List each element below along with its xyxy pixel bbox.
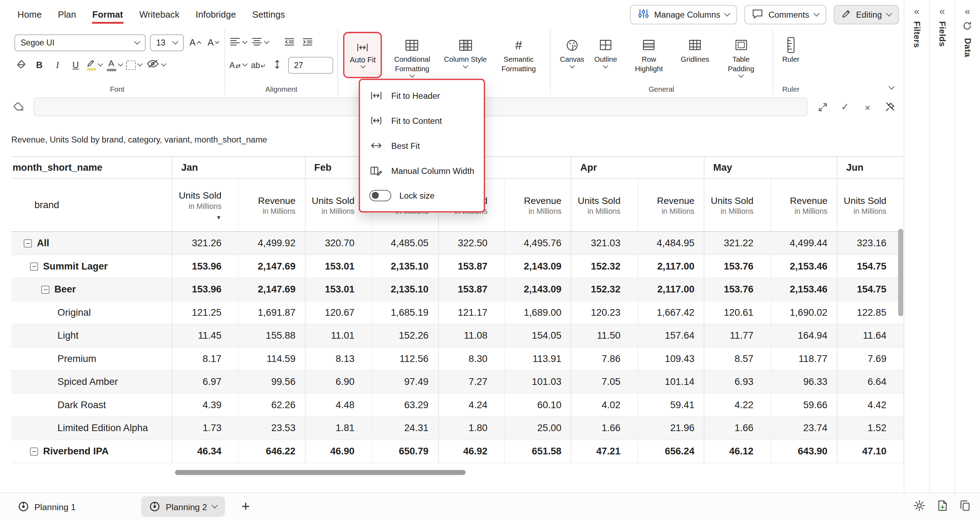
measure-header-cell[interactable]: Revenuein Millions (504, 179, 571, 231)
data-cell[interactable]: 24.31 (371, 417, 438, 440)
row-header-cell[interactable]: Beer (11, 278, 172, 301)
text-direction-button[interactable]: A⇄ (229, 60, 247, 70)
data-cell[interactable]: 101.14 (637, 371, 704, 393)
data-cell[interactable]: 322.50 (438, 232, 504, 254)
data-cell[interactable]: 59.41 (637, 394, 704, 416)
data-cell[interactable]: 11.45 (172, 324, 239, 347)
corner-header-cell[interactable]: month_short_name (11, 157, 172, 178)
horizontal-scrollbar-thumb[interactable] (175, 470, 466, 475)
manage-columns-button[interactable]: Manage Columns (630, 5, 737, 24)
data-cell[interactable]: 650.79 (371, 440, 438, 463)
data-cell[interactable]: 11.77 (704, 324, 770, 347)
row-header-cell[interactable]: Premium (11, 348, 172, 370)
data-cell[interactable]: 1,690.02 (770, 301, 837, 324)
data-cell[interactable]: 4.42 (837, 394, 904, 416)
data-cell[interactable]: 155.88 (239, 324, 305, 347)
hide-values-button[interactable] (146, 59, 165, 70)
data-cell[interactable]: 153.76 (704, 255, 770, 278)
row-header-cell[interactable]: Summit Lager (11, 255, 172, 278)
data-cell[interactable]: 62.26 (239, 394, 305, 416)
data-cell[interactable]: 2,135.10 (371, 255, 438, 278)
row-header-cell[interactable]: Riverbend IPA (11, 440, 172, 463)
data-cell[interactable]: 120.67 (305, 301, 372, 324)
increase-indent-button[interactable] (301, 34, 314, 51)
data-cell[interactable]: 2,117.00 (637, 278, 704, 301)
data-cell[interactable]: 4,495.76 (504, 232, 571, 254)
row-dimension-header-cell[interactable]: brand (11, 179, 172, 231)
measure-header-cell[interactable]: Revenuein Millions (770, 179, 837, 231)
data-cell[interactable]: 60.10 (504, 394, 571, 416)
cancel-icon[interactable]: × (860, 102, 875, 112)
data-cell[interactable]: 121.25 (172, 301, 239, 324)
increase-font-size-button[interactable]: A (188, 34, 202, 51)
ribbon-item-ruler[interactable]: Ruler (777, 31, 804, 65)
data-cell[interactable]: 114.59 (239, 348, 305, 370)
unpin-icon[interactable] (883, 102, 898, 112)
font-size-select[interactable]: 13 (150, 34, 184, 51)
data-cell[interactable]: 8.30 (438, 348, 504, 370)
data-cell[interactable]: 1.66 (571, 417, 638, 440)
data-cell[interactable]: 1.73 (172, 417, 239, 440)
data-cell[interactable]: 2,143.09 (504, 278, 571, 301)
data-cell[interactable]: 321.22 (704, 232, 770, 254)
data-cell[interactable]: 1.80 (438, 417, 504, 440)
data-cell[interactable]: 321.03 (571, 232, 638, 254)
collapse-icon[interactable] (30, 447, 38, 455)
sheet-tab-planning-1[interactable]: Planning 1 (10, 496, 84, 517)
data-cell[interactable]: 153.76 (704, 278, 770, 301)
data-cell[interactable]: 646.22 (239, 440, 305, 463)
data-cell[interactable]: 7.27 (438, 371, 504, 393)
data-cell[interactable]: 2,147.69 (239, 278, 305, 301)
data-cell[interactable]: 46.12 (704, 440, 770, 463)
data-cell[interactable]: 4.48 (305, 394, 372, 416)
data-cell[interactable]: 6.64 (837, 371, 904, 393)
data-cell[interactable]: 2,143.09 (504, 255, 571, 278)
data-cell[interactable]: 23.53 (239, 417, 305, 440)
data-panel-tab[interactable]: « Data (955, 0, 980, 493)
data-cell[interactable]: 120.23 (571, 301, 638, 324)
data-cell[interactable]: 46.92 (438, 440, 504, 463)
measure-header-cell[interactable]: Revenuein Millions (637, 179, 704, 231)
data-cell[interactable]: 6.97 (172, 371, 239, 393)
collapse-icon[interactable] (41, 286, 49, 293)
data-cell[interactable]: 2,135.10 (371, 278, 438, 301)
data-cell[interactable]: 11.50 (571, 324, 638, 347)
expand-formula-icon[interactable] (815, 102, 830, 112)
format-painter-button[interactable] (14, 57, 28, 73)
confirm-icon[interactable]: ✓ (838, 101, 853, 113)
data-cell[interactable]: 4.02 (571, 394, 638, 416)
menu-item-settings[interactable]: Settings (245, 4, 292, 25)
data-cell[interactable]: 4,484.95 (637, 232, 704, 254)
vertical-scrollbar-thumb[interactable] (898, 229, 903, 316)
vertical-align-button[interactable] (229, 37, 247, 48)
collapse-left-icon[interactable]: « (965, 6, 970, 16)
measure-header-cell[interactable]: Units Soldin Millions (571, 179, 638, 231)
measure-header-cell[interactable]: Units Soldin Millions (837, 179, 904, 231)
data-cell[interactable]: 120.61 (704, 301, 770, 324)
data-cell[interactable]: 47.21 (571, 440, 638, 463)
data-cell[interactable]: 152.32 (571, 255, 638, 278)
sheet-tab-planning-2[interactable]: Planning 2 (142, 496, 225, 517)
data-cell[interactable]: 2,147.69 (239, 255, 305, 278)
month-header-cell[interactable]: May (704, 157, 837, 178)
ribbon-item-semantic-formatting[interactable]: #Semantic Formatting (492, 31, 545, 74)
measure-header-cell[interactable]: Units Soldin Millions (704, 179, 770, 231)
data-cell[interactable]: 2,153.46 (770, 255, 837, 278)
data-cell[interactable]: 1.52 (837, 417, 904, 440)
italic-button[interactable]: I (51, 57, 65, 73)
menu-item-lock-size[interactable]: Lock size (360, 183, 484, 208)
duplicate-sheet-icon[interactable] (960, 499, 970, 513)
row-header-cell[interactable]: Limited Edition Alpha (11, 417, 172, 440)
menu-item-infobridge[interactable]: Infobridge (188, 4, 244, 25)
data-cell[interactable]: 4.39 (172, 394, 239, 416)
data-cell[interactable]: 25.00 (504, 417, 571, 440)
data-cell[interactable]: 320.70 (305, 232, 372, 254)
ribbon-item-row-highlight[interactable]: Row Highlight (622, 31, 676, 74)
data-cell[interactable]: 46.34 (172, 440, 239, 463)
data-cell[interactable]: 2,153.46 (770, 278, 837, 301)
row-header-cell[interactable]: All (11, 232, 172, 254)
month-header-cell[interactable]: Jun (837, 157, 904, 178)
collapse-left-icon[interactable]: « (914, 6, 920, 16)
ribbon-item-gridlines[interactable]: Gridlines (676, 31, 714, 65)
menu-item-fit-to-header[interactable]: Fit to Header (360, 83, 484, 108)
